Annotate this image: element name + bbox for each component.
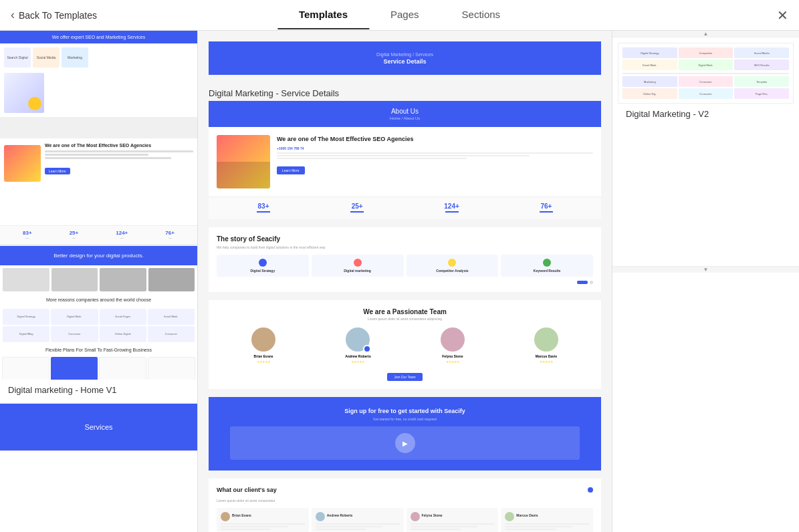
- testimonial-card: Brian Evans: [217, 508, 309, 532]
- feature-icon: [354, 259, 362, 267]
- reviewer-avatar: [411, 512, 420, 521]
- testimonial-card: Felyna Stone: [407, 508, 499, 532]
- template-thumbnail: Digital Strategy Competitor Social Media…: [618, 43, 794, 104]
- template-thumbnail: Services: [0, 404, 197, 450]
- reviewer-info: Brian Evans: [221, 512, 305, 521]
- tab-templates[interactable]: Templates: [277, 1, 369, 29]
- review-text-line: [221, 526, 288, 527]
- about-text-line: [277, 158, 467, 159]
- v2-cell: SEO Results: [734, 59, 789, 70]
- review-text-line: [221, 523, 305, 525]
- story-feature-card: Digital Strategy: [217, 255, 309, 277]
- member-rating: ★★★★★: [251, 360, 275, 364]
- back-label: Back To Templates: [19, 10, 97, 21]
- nav-tabs: Templates Pages Sections: [277, 1, 522, 29]
- review-text-line: [316, 526, 383, 527]
- reviewer-info: Andrew Roberts: [316, 512, 400, 521]
- stat-item: 76+: [540, 203, 553, 214]
- v2-cell: Consumer: [679, 76, 733, 87]
- stat-number: 76+: [540, 203, 553, 210]
- stat-underline: [445, 211, 459, 213]
- template-preview-card[interactable]: Digital Marketing / Services Service Det…: [209, 41, 601, 75]
- team-section: We are a Passionate Team Lorem ipsum dol…: [209, 300, 601, 389]
- story-subtitle: We help companies to build their digital…: [217, 245, 593, 249]
- team-member: Andrew Roberts ★★★★★: [345, 327, 371, 364]
- v2-cell: Digital Mark.: [679, 59, 733, 70]
- testimonials-subtitle: Lorem ipsum dolor sit amet consectetur: [217, 499, 593, 503]
- about-person-image: [217, 135, 270, 188]
- reviewer-avatar: [221, 512, 230, 521]
- testimonial-card: Andrew Roberts: [312, 508, 404, 532]
- v2-cell: Template: [734, 76, 789, 87]
- list-item[interactable]: Services: [0, 404, 197, 451]
- close-button[interactable]: ✕: [777, 9, 788, 22]
- feature-icon: [259, 259, 267, 267]
- about-cta-btn[interactable]: Learn More: [277, 166, 305, 174]
- about-breadcrumb: Home / About Us: [217, 116, 593, 120]
- about-text-content: We are one of The Most Effective SEO Age…: [277, 135, 593, 188]
- thumb-stat: 25+ —: [70, 230, 79, 240]
- left-panel: We offer expert SEO and Marketing Servic…: [0, 31, 198, 532]
- review-text-line: [411, 529, 461, 530]
- back-arrow-icon: ‹: [11, 8, 15, 22]
- template-preview-card[interactable]: About Us Home / About Us We are one of T…: [209, 101, 601, 219]
- list-item[interactable]: We are one of The Most Effective SEO Age…: [0, 138, 197, 246]
- template-preview-card[interactable]: What our client's say Lorem ipsum dolor …: [209, 479, 601, 532]
- app-header: ‹ Back To Templates Templates Pages Sect…: [0, 0, 799, 31]
- feature-icon: [448, 259, 456, 267]
- scroll-area: [612, 132, 799, 266]
- review-text-line: [505, 523, 589, 525]
- reviewer-avatar: [316, 512, 325, 521]
- thumb-feature: Consumer: [148, 326, 195, 342]
- tab-sections[interactable]: Sections: [441, 1, 522, 29]
- member-avatar: [441, 327, 465, 352]
- template-preview-card[interactable]: Sign up for free to get started with Sea…: [209, 397, 601, 471]
- story-title: The story of Seacify: [217, 235, 593, 243]
- review-text-line: [411, 523, 495, 525]
- list-item[interactable]: We offer expert SEO and Marketing Servic…: [0, 31, 197, 138]
- center-panel: Digital Marketing / Services Service Det…: [198, 31, 612, 532]
- about-text-line: [277, 155, 530, 156]
- stat-underline: [257, 211, 270, 213]
- reviewer-avatar: [505, 512, 514, 521]
- about-text-line: [277, 152, 593, 154]
- play-icon: ▶: [395, 433, 415, 453]
- testimonials-row: Brian Evans Andrew Roberts: [217, 508, 593, 532]
- v2-divider: [622, 73, 789, 74]
- team-members-row: Brian Evans ★★★★★ Andrew Roberts ★★★★★: [217, 327, 593, 364]
- tab-pages[interactable]: Pages: [369, 1, 441, 29]
- template-preview-card[interactable]: We are a Passionate Team Lorem ipsum dol…: [209, 300, 601, 389]
- stats-row: 83+ 25+ 124+ 76+: [209, 196, 601, 219]
- list-item[interactable]: Better design for your digital products.…: [0, 246, 197, 404]
- list-item[interactable]: Digital Strategy Competitor Social Media…: [612, 37, 799, 132]
- back-to-templates-button[interactable]: ‹ Back To Templates: [0, 8, 108, 22]
- template-thumbnail: Better design for your digital products.…: [0, 246, 197, 380]
- thumb-card: Search Digital: [4, 47, 31, 68]
- review-text-line: [316, 523, 400, 525]
- service-header-section: Digital Marketing / Services Service Det…: [209, 41, 601, 75]
- team-subtitle: Lorem ipsum dolor sit amet consectetur a…: [217, 317, 593, 321]
- member-name: Brian Evans: [251, 354, 275, 358]
- template-preview-card[interactable]: The story of Seacify We help companies t…: [209, 227, 601, 292]
- review-text-line: [505, 529, 555, 530]
- thumb-feature: Social Pages: [100, 309, 146, 325]
- v2-cell: Online Dig.: [622, 88, 677, 99]
- member-avatar: [251, 327, 275, 352]
- template-thumbnail: We offer expert SEO and Marketing Servic…: [0, 31, 197, 138]
- story-nav: [217, 281, 593, 284]
- join-team-btn[interactable]: Join Our Team: [387, 373, 422, 381]
- team-cta: Join Our Team: [217, 369, 593, 381]
- thumb-feature: Digital Mark.: [51, 309, 98, 325]
- team-member: Brian Evans ★★★★★: [251, 327, 275, 364]
- main-content: We offer expert SEO and Marketing Servic…: [0, 31, 799, 532]
- reviewer-info: Marcus Davis: [505, 512, 589, 521]
- scroll-up-area: ▲: [612, 31, 799, 37]
- feature-title: Digital marketing: [316, 269, 400, 273]
- reviewer-info: Felyna Stone: [411, 512, 495, 521]
- review-text-line: [316, 529, 366, 530]
- v2-top-row: Digital Strategy Competitor Social Media…: [622, 47, 789, 70]
- reviewer-name: Marcus Davis: [516, 513, 538, 521]
- team-member: Felyna Stone ★★★★★: [441, 327, 465, 364]
- story-feature-card: Digital marketing: [312, 255, 404, 277]
- thumb-card: Social Media: [33, 47, 60, 68]
